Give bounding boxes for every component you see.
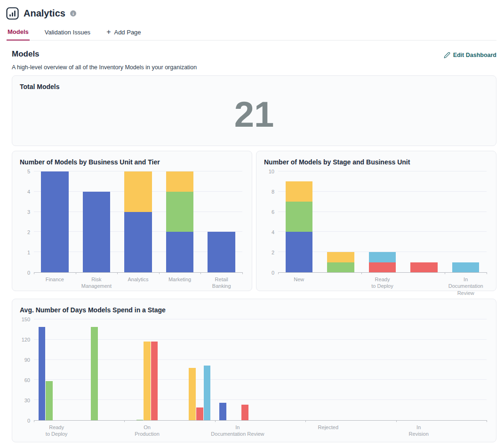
y-axis-label: 1 bbox=[27, 250, 30, 255]
x-axis-label: On Production bbox=[135, 424, 160, 438]
y-axis-label: 6 bbox=[272, 209, 274, 215]
x-axis-label: Ready to Deploy bbox=[371, 276, 393, 290]
page-app-title: Analytics bbox=[24, 8, 65, 19]
plot-area bbox=[34, 171, 242, 273]
stacked-bar-chart-stage-business-unit: 0246810NewReady to DeployIn Documentatio… bbox=[256, 166, 496, 289]
plot-area bbox=[278, 171, 487, 273]
bar-yellow[interactable] bbox=[144, 342, 150, 420]
bar-segment-green[interactable] bbox=[286, 202, 313, 232]
y-axis-label: 5 bbox=[27, 169, 30, 174]
bar-segment-blue[interactable] bbox=[208, 232, 235, 272]
x-axis-label: New bbox=[294, 276, 304, 283]
bar-segment-green[interactable] bbox=[166, 192, 193, 232]
chart-title: Avg. Number of Days Models Spend in a St… bbox=[12, 299, 496, 314]
y-axis-label: 0 bbox=[272, 270, 274, 276]
bar-blue[interactable] bbox=[219, 403, 226, 420]
info-icon[interactable]: i bbox=[70, 10, 76, 16]
bar-segment-green[interactable] bbox=[327, 262, 354, 272]
gridline bbox=[34, 399, 487, 400]
bar-yellow[interactable] bbox=[189, 368, 195, 420]
stacked-bar-chart-business-unit-tier: 012345FinanceRisk ManagementAnalyticsMar… bbox=[12, 166, 252, 289]
x-axis-label: Finance bbox=[46, 276, 64, 283]
y-axis-label: 3 bbox=[27, 209, 30, 215]
app-header: Analytics i Models Validation Issues + A… bbox=[0, 0, 504, 41]
y-axis-label: 10 bbox=[269, 169, 274, 174]
x-axis-label: Rejected bbox=[318, 424, 338, 431]
total-models-card: Total Models 21 bbox=[12, 75, 496, 146]
x-axis-label: Ready to Deploy bbox=[46, 424, 67, 438]
x-axis-tick bbox=[242, 272, 243, 274]
chart-title: Number of Models by Stage and Business U… bbox=[256, 151, 496, 166]
x-axis-tick bbox=[487, 420, 487, 422]
gridline bbox=[278, 171, 487, 171]
x-axis-label: Analytics bbox=[128, 276, 148, 283]
gridline bbox=[34, 359, 487, 360]
bar-red[interactable] bbox=[241, 405, 248, 420]
y-axis-label: 120 bbox=[22, 337, 30, 342]
bar-segment-yellow[interactable] bbox=[286, 181, 313, 202]
x-axis-label: Marketing bbox=[168, 276, 191, 283]
y-axis-label: 0 bbox=[27, 418, 30, 424]
chart-title: Number of Models by Business Unit and Ti… bbox=[12, 151, 252, 166]
chart-card-avg-days-in-stage: Avg. Number of Days Models Spend in a St… bbox=[12, 299, 496, 442]
x-axis-tick bbox=[487, 272, 487, 274]
bar-segment-light-blue[interactable] bbox=[369, 252, 396, 262]
y-axis-label: 4 bbox=[272, 229, 274, 235]
plot-area bbox=[34, 319, 487, 421]
bar-segment-blue[interactable] bbox=[286, 232, 313, 272]
gridline bbox=[34, 379, 487, 380]
tab-validation-issues[interactable]: Validation Issues bbox=[44, 26, 91, 40]
edit-dashboard-label: Edit Dashboard bbox=[453, 52, 496, 58]
bar-segment-yellow[interactable] bbox=[124, 171, 152, 212]
page-tabs: Models Validation Issues + Add Page bbox=[6, 26, 496, 41]
chart-card-models-by-stage-and-business-unit: Number of Models by Stage and Business U… bbox=[256, 151, 496, 291]
y-axis-label: 0 bbox=[27, 270, 30, 276]
y-axis-label: 2 bbox=[27, 229, 30, 235]
plus-icon: + bbox=[106, 28, 111, 36]
bar-segment-red[interactable] bbox=[369, 262, 396, 272]
bar-segment-blue[interactable] bbox=[41, 171, 68, 272]
y-axis-label: 4 bbox=[27, 189, 30, 195]
add-page-label: Add Page bbox=[114, 29, 141, 36]
bar-light-blue[interactable] bbox=[204, 366, 210, 420]
bar-segment-yellow[interactable] bbox=[327, 252, 354, 262]
y-axis-label: 60 bbox=[24, 377, 30, 383]
bar-green[interactable] bbox=[46, 381, 52, 420]
bar-segment-blue[interactable] bbox=[124, 212, 152, 272]
dashboard-content: Models A high-level overview of all of t… bbox=[0, 41, 504, 442]
x-axis-label: Risk Management bbox=[81, 276, 112, 290]
bar-segment-red[interactable] bbox=[410, 262, 438, 272]
tab-add-page[interactable]: + Add Page bbox=[105, 26, 142, 40]
x-axis-label: Retail Banking bbox=[212, 276, 231, 290]
bar-segment-blue[interactable] bbox=[83, 192, 110, 272]
y-axis-label: 150 bbox=[22, 317, 30, 322]
tab-models[interactable]: Models bbox=[7, 26, 30, 41]
bar-segment-blue[interactable] bbox=[166, 232, 193, 272]
bar-segment-light-blue[interactable] bbox=[452, 262, 480, 272]
total-models-value: 21 bbox=[12, 97, 496, 132]
bar-green[interactable] bbox=[91, 327, 97, 420]
page-title: Models bbox=[12, 49, 197, 59]
y-axis-label: 30 bbox=[24, 398, 30, 403]
x-axis-label: In Documentation Review bbox=[211, 424, 264, 438]
bar-green[interactable] bbox=[136, 420, 143, 420]
gridline bbox=[34, 319, 487, 319]
y-axis-label: 90 bbox=[24, 357, 30, 363]
grouped-bar-chart-avg-days-in-stage: 0306090120150Ready to DeployOn Productio… bbox=[12, 314, 496, 437]
bar-blue[interactable] bbox=[39, 327, 45, 420]
bar-chart-icon bbox=[6, 7, 19, 20]
x-axis-label: In Documentation Review bbox=[448, 276, 483, 296]
card-title-total-models: Total Models bbox=[12, 76, 496, 90]
pencil-icon bbox=[444, 52, 450, 58]
chart-card-models-by-business-unit-and-tier: Number of Models by Business Unit and Ti… bbox=[12, 151, 252, 291]
gridline bbox=[34, 339, 487, 340]
bar-segment-yellow[interactable] bbox=[166, 171, 193, 192]
y-axis-label: 2 bbox=[272, 250, 274, 255]
y-axis-label: 8 bbox=[272, 189, 274, 195]
page-subtitle: A high-level overview of all of the Inve… bbox=[12, 64, 197, 71]
bar-red[interactable] bbox=[151, 342, 158, 420]
x-axis-label: In Revision bbox=[409, 424, 429, 438]
edit-dashboard-button[interactable]: Edit Dashboard bbox=[444, 52, 496, 58]
bar-red[interactable] bbox=[196, 407, 203, 420]
